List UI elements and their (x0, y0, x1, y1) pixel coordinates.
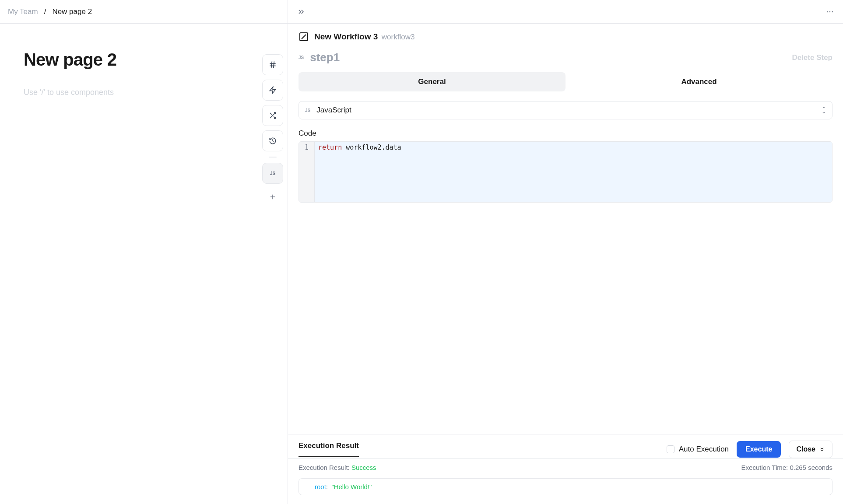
workflow-slug: workflow3 (382, 33, 415, 41)
workflow-title: New Workflow 3 (314, 32, 378, 41)
result-value: "Hello World!" (331, 483, 372, 490)
shuffle-icon (269, 112, 277, 119)
code-body[interactable]: return workflow2.data (315, 142, 832, 202)
lang-js-badge: JS (305, 108, 310, 113)
hash-button[interactable] (262, 54, 283, 75)
dots-horizontal-icon (825, 7, 834, 16)
breadcrumb: My Team / New page 2 (0, 0, 288, 24)
svg-point-10 (827, 11, 828, 12)
delete-step-button[interactable]: Delete Step (792, 53, 832, 62)
hash-icon (268, 60, 277, 69)
toolbar-divider (269, 157, 277, 158)
svg-marker-4 (270, 87, 276, 94)
step-js-badge: JS (299, 55, 304, 60)
result-key: root (315, 483, 326, 490)
step-name[interactable]: step1 (310, 51, 340, 64)
svg-point-11 (829, 11, 831, 12)
close-button[interactable]: Close (789, 441, 832, 458)
breadcrumb-separator: / (44, 7, 46, 16)
svg-line-14 (302, 35, 306, 39)
svg-point-12 (832, 11, 833, 12)
execute-button[interactable]: Execute (737, 441, 781, 458)
execution-result-box: root: "Hello World!" (299, 478, 832, 495)
auto-execution-toggle[interactable]: Auto Execution (667, 445, 729, 454)
history-icon (269, 137, 277, 145)
workflow-icon (299, 32, 309, 42)
js-step-button[interactable]: JS (262, 163, 283, 184)
language-name: JavaScript (316, 106, 351, 115)
plus-icon (269, 193, 277, 201)
workflow-header: New Workflow 3 workflow3 (288, 24, 843, 46)
auto-execution-label: Auto Execution (679, 445, 729, 454)
breadcrumb-team[interactable]: My Team (8, 7, 38, 16)
add-step-button[interactable] (262, 188, 283, 206)
breadcrumb-page[interactable]: New page 2 (52, 7, 92, 16)
content-placeholder[interactable]: Use '/' to use components (24, 88, 264, 97)
code-gutter: 1 (299, 142, 315, 202)
svg-line-7 (270, 113, 272, 115)
code-editor[interactable]: 1 return workflow2.data (299, 141, 832, 203)
code-label: Code (288, 119, 843, 141)
vertical-toolbar: JS (262, 54, 283, 206)
bolt-button[interactable] (262, 80, 283, 101)
chevron-double-right-icon (297, 7, 306, 16)
language-select[interactable]: JS JavaScript ⌃⌄ (299, 101, 832, 119)
tab-general[interactable]: General (299, 72, 566, 91)
page-title: New page 2 (24, 50, 264, 70)
more-button[interactable] (825, 7, 834, 16)
svg-line-2 (271, 62, 272, 68)
svg-line-3 (274, 62, 274, 68)
execution-result-tab[interactable]: Execution Result (299, 441, 359, 457)
shuffle-button[interactable] (262, 105, 283, 126)
tab-advanced[interactable]: Advanced (566, 72, 832, 91)
execution-footer: Execution Result Auto Execution Execute … (288, 434, 843, 504)
history-button[interactable] (262, 130, 283, 151)
checkbox-icon[interactable] (667, 445, 674, 453)
js-badge-icon: JS (270, 171, 275, 176)
execution-time: Execution Time: 0.265 seconds (741, 464, 832, 471)
chevron-double-down-icon (819, 446, 825, 452)
execution-status: Execution Result: Success (299, 464, 376, 471)
bolt-icon (269, 86, 277, 94)
collapse-panel-button[interactable] (297, 7, 306, 16)
chevron-updown-icon: ⌃⌄ (822, 108, 826, 113)
